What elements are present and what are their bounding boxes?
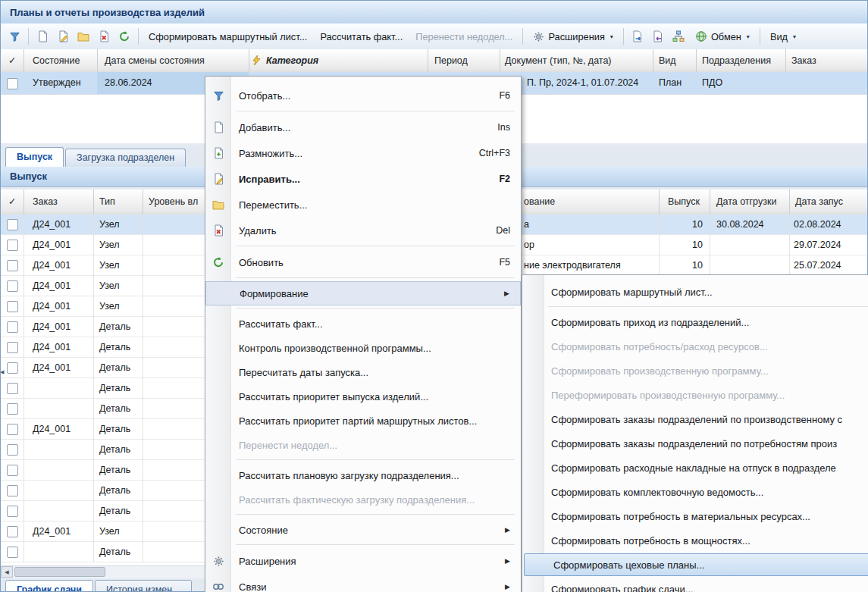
filter-button[interactable] bbox=[5, 27, 24, 45]
menu-item-extensions[interactable]: Расширения ▶ bbox=[205, 548, 521, 574]
menu-item-recalc-launch-dates[interactable]: Пересчитать даты запуска... bbox=[205, 360, 521, 384]
menu-item-calc-product-priority[interactable]: Рассчитать приоритет выпуска изделий... bbox=[205, 384, 521, 409]
submenu-item-income-from-departments[interactable]: Сформировать приход из подразделений... bbox=[522, 310, 868, 334]
column-header-name[interactable]: ование bbox=[524, 190, 555, 215]
row-checkbox[interactable] bbox=[7, 547, 18, 558]
column-header-order[interactable]: Заказ bbox=[791, 49, 816, 72]
calc-fact-button[interactable]: Рассчитать факт... bbox=[315, 28, 408, 45]
row-checkbox[interactable] bbox=[7, 506, 18, 517]
column-header-ship-date[interactable]: Дата отгрузки bbox=[716, 190, 776, 215]
submenu-item-route-sheet[interactable]: Сформировать маршрутный лист... bbox=[522, 280, 868, 304]
menu-item-add[interactable]: Добавить... Ins bbox=[205, 114, 521, 140]
row-checkbox[interactable] bbox=[7, 465, 18, 476]
extensions-button[interactable]: Расширения▾ bbox=[528, 28, 618, 45]
row-checkbox[interactable] bbox=[7, 219, 18, 230]
submenu-item-reform-production-program[interactable]: Переформировать производственную програм… bbox=[522, 383, 868, 407]
menu-item-move[interactable]: Переместить... bbox=[205, 192, 521, 218]
submenu-item-picking-list[interactable]: Сформировать комплектовочную ведомость..… bbox=[522, 480, 868, 504]
menu-item-move-backlog[interactable]: Перенести недодел... bbox=[205, 433, 521, 457]
menu-item-label: Рассчитать приоритет выпуска изделий... bbox=[239, 391, 428, 402]
column-header-check[interactable]: ✓ bbox=[8, 49, 16, 72]
menu-item-links[interactable]: Связи ▶ bbox=[205, 574, 521, 592]
submenu-item-shop-plans[interactable]: Сформировать цеховые планы... bbox=[524, 553, 868, 576]
column-header-period[interactable]: Период bbox=[434, 49, 468, 72]
row-checkbox[interactable] bbox=[7, 485, 18, 496]
column-header-document[interactable]: Документ (тип, №, дата) bbox=[505, 49, 612, 72]
menu-item-shortcut: Del bbox=[473, 225, 510, 236]
tab-change-history[interactable]: История измен... bbox=[95, 580, 192, 592]
tab-load-departments[interactable]: Загрузка подразделен bbox=[65, 149, 186, 167]
submenu-item-dept-orders-by-demand[interactable]: Сформировать заказы подразделений по пот… bbox=[522, 431, 868, 456]
submenu-item-capacity-demand[interactable]: Сформировать потребность в мощностях... bbox=[522, 528, 868, 553]
import-document-button[interactable] bbox=[649, 27, 667, 45]
scrollbar-thumb[interactable] bbox=[14, 567, 105, 577]
structure-button[interactable] bbox=[669, 27, 688, 45]
row-checkbox[interactable] bbox=[7, 424, 18, 435]
row-checkbox[interactable] bbox=[7, 383, 18, 394]
menu-item-calc-planned-load[interactable]: Рассчитать плановую загрузку подразделен… bbox=[205, 463, 521, 487]
menu-item-duplicate[interactable]: Размножить... Ctrl+F3 bbox=[205, 140, 521, 166]
submenu-item-production-program[interactable]: Сформировать производственную программу.… bbox=[522, 359, 868, 383]
menu-item-edit[interactable]: Исправить... F2 bbox=[205, 166, 521, 192]
menu-item-calc-actual-load[interactable]: Рассчитать фактическую загрузку подразде… bbox=[205, 487, 521, 512]
column-divider bbox=[143, 190, 143, 215]
delete-button[interactable] bbox=[95, 27, 113, 45]
toolbar-separator bbox=[760, 28, 760, 45]
menu-item-state[interactable]: Состояние ▶ bbox=[205, 518, 521, 542]
row-checkbox[interactable] bbox=[7, 280, 18, 292]
form-route-sheet-label: Сформировать маршрутный лист... bbox=[149, 31, 307, 42]
column-divider bbox=[97, 49, 98, 72]
edit-button[interactable] bbox=[54, 27, 72, 45]
submenu-item-resource-demand[interactable]: Сформировать потребность/расход ресурсов… bbox=[522, 334, 868, 359]
menu-item-formation[interactable]: Формирование ▶ bbox=[205, 281, 521, 305]
tab-delivery-schedule[interactable]: График сдачи bbox=[5, 580, 93, 592]
menu-item-calc-batch-priority[interactable]: Рассчитать приоритет партий маршрутных л… bbox=[205, 409, 521, 433]
menu-item-delete[interactable]: Удалить Del bbox=[205, 218, 521, 243]
row-checkbox[interactable] bbox=[7, 321, 18, 333]
column-header-type[interactable]: Тип bbox=[99, 190, 115, 215]
submenu-item-delivery-schedule[interactable]: Сформировать график сдачи... bbox=[522, 577, 868, 592]
export-document-button[interactable] bbox=[628, 27, 647, 45]
row-checkbox[interactable] bbox=[7, 403, 18, 415]
cell-kind: План bbox=[659, 72, 682, 94]
menu-item-label: Формирование bbox=[240, 288, 309, 299]
view-button[interactable]: Вид▾ bbox=[765, 28, 801, 45]
refresh-button[interactable] bbox=[115, 27, 133, 45]
row-checkbox[interactable] bbox=[7, 78, 18, 89]
row-checkbox[interactable] bbox=[7, 260, 18, 271]
column-header-state-date[interactable]: Дата смены состояния bbox=[105, 49, 205, 72]
row-checkbox[interactable] bbox=[7, 342, 18, 353]
add-button[interactable] bbox=[33, 27, 52, 45]
splitter-collapse-button[interactable]: ◀ bbox=[0, 366, 8, 378]
column-header-departments[interactable]: Подразделения bbox=[702, 49, 771, 72]
row-checkbox[interactable] bbox=[7, 526, 18, 537]
menu-item-program-control[interactable]: Контроль производственной программы... bbox=[205, 336, 521, 360]
row-checkbox[interactable] bbox=[7, 240, 18, 251]
tab-output[interactable]: Выпуск bbox=[5, 147, 64, 168]
exchange-button[interactable]: Обмен▾ bbox=[690, 27, 755, 45]
form-route-sheet-button[interactable]: Сформировать маршрутный лист... bbox=[143, 28, 312, 45]
column-header-qty[interactable]: Выпуск bbox=[668, 190, 700, 215]
column-header-launch-date[interactable]: Дата запус bbox=[795, 190, 843, 215]
menu-item-label: Рассчитать приоритет партий маршрутных л… bbox=[239, 415, 477, 427]
column-header-level[interactable]: Уровень вл bbox=[149, 190, 198, 215]
menu-item-filter[interactable]: Отобрать... F6 bbox=[205, 83, 521, 108]
submenu-item-dept-orders-by-production[interactable]: Сформировать заказы подразделений по про… bbox=[522, 407, 868, 431]
menu-item-refresh[interactable]: Обновить F5 bbox=[205, 249, 521, 275]
cell-order: Д24_001 bbox=[33, 317, 71, 337]
row-checkbox[interactable] bbox=[7, 444, 18, 456]
scroll-left-button[interactable]: ◀ bbox=[1, 566, 13, 578]
row-checkbox[interactable] bbox=[7, 362, 18, 374]
submenu-item-expense-invoices[interactable]: Сформировать расходные накладные на отпу… bbox=[522, 456, 868, 480]
move-button[interactable] bbox=[74, 27, 92, 45]
column-header-category[interactable]: Категория bbox=[266, 49, 318, 72]
move-backlog-button[interactable]: Перенести недодел... bbox=[410, 28, 518, 45]
column-header-state[interactable]: Состояние bbox=[33, 49, 80, 72]
doc-export-icon bbox=[631, 30, 643, 42]
column-header-kind[interactable]: Вид bbox=[659, 49, 676, 72]
column-header-check[interactable]: ✓ bbox=[8, 190, 16, 215]
column-header-order[interactable]: Заказ bbox=[33, 190, 58, 215]
row-checkbox[interactable] bbox=[7, 301, 18, 312]
submenu-item-material-demand[interactable]: Сформировать потребность в материальных … bbox=[522, 504, 868, 528]
menu-item-calc-fact[interactable]: Рассчитать факт... bbox=[205, 312, 521, 336]
